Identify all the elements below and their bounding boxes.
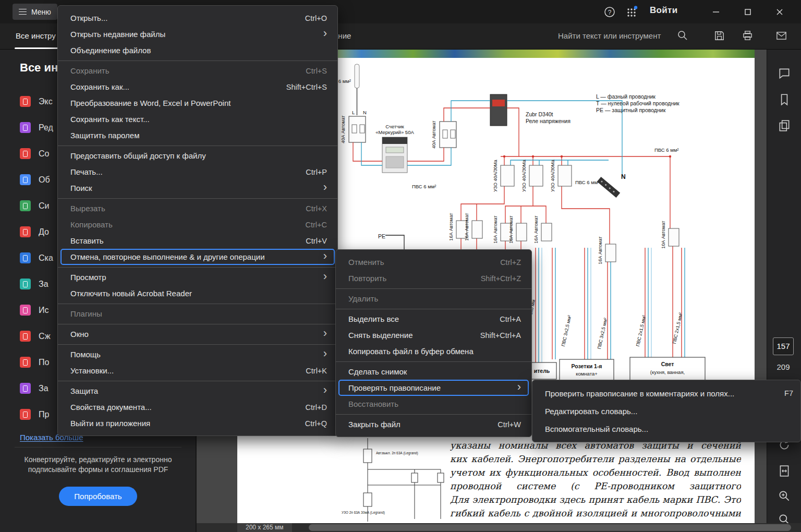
menu-item-check-spelling[interactable]: Проверить правописание в комментариях и …: [532, 384, 800, 402]
menu-item-share[interactable]: Предоставить общий доступ к файлу: [58, 148, 337, 164]
sidebar-tool-item[interactable]: Сж: [20, 330, 53, 342]
menu-item-search[interactable]: Поиск›: [58, 180, 337, 196]
svg-text:40А Автомат: 40А Автомат: [431, 120, 436, 148]
menu-button-label: Меню: [31, 8, 51, 16]
menu-item-label: Сделать снимок: [348, 367, 512, 376]
search-input[interactable]: Найти текст или инструмент: [558, 31, 661, 40]
menu-shortcut: Shift+Ctrl+A: [480, 331, 521, 340]
sidebar-tool-item[interactable]: Ска: [20, 252, 53, 264]
menu-item-combine[interactable]: Объединение файлов: [58, 42, 337, 58]
svg-text:10А Автомат: 10А Автомат: [661, 221, 666, 248]
menu-item-disable-new[interactable]: Отключить новый Acrobat Reader: [58, 285, 337, 301]
menu-item-redo: ПовторитьShift+Ctrl+Z: [336, 270, 531, 286]
zoom-in-icon[interactable]: [778, 489, 791, 503]
comments-icon[interactable]: [778, 67, 791, 80]
sidebar-tool-item[interactable]: За: [20, 278, 53, 290]
menu-item-meta: Shift+Ctrl+S: [286, 83, 327, 91]
menu-item-select-all[interactable]: Выделить всеCtrl+A: [336, 311, 531, 327]
menu-item-security[interactable]: Защита›: [58, 383, 337, 399]
bookmarks-icon[interactable]: [778, 93, 791, 106]
svg-text:УЗО 40А/30Ма: УЗО 40А/30Ма: [521, 160, 527, 191]
menu-item-spellcheck[interactable]: Проверять правописание›: [338, 380, 529, 396]
sidebar-tool-item[interactable]: Пр: [20, 408, 53, 420]
sidebar-tool-item[interactable]: По: [20, 356, 53, 368]
legend-line: PE — защитный проводник: [596, 107, 666, 113]
menu-separator: [58, 304, 337, 304]
menu-item-label: Отмена, повторное выполнение & и другие …: [70, 252, 314, 261]
menu-item-close-file[interactable]: Закрыть файлCtrl+W: [336, 416, 531, 432]
current-page-input[interactable]: 157: [773, 337, 794, 355]
menu-separator: [336, 288, 531, 289]
menu-button[interactable]: Меню: [13, 4, 57, 20]
sidebar-tool-item[interactable]: Ред: [20, 122, 53, 134]
sidebar-tool-item[interactable]: Ис: [20, 304, 53, 316]
svg-text:?: ?: [608, 8, 611, 16]
sidebar-tool-item[interactable]: Со: [20, 148, 53, 160]
menu-item-save-as-text[interactable]: Сохранить как текст...: [58, 111, 337, 127]
menu-item-copy-file-clipboard[interactable]: Копировать файл в буфер обмена: [336, 343, 531, 359]
menu-item-deselect[interactable]: Снять выделениеShift+Ctrl+A: [336, 327, 531, 343]
menu-separator: [58, 61, 337, 61]
tool-label: Си: [39, 201, 50, 211]
menu-item-undo-redo[interactable]: Отмена, повторное выполнение & и другие …: [60, 249, 335, 265]
menu-item-meta: Ctrl+P: [306, 168, 327, 176]
try-button[interactable]: Попробовать: [59, 487, 137, 506]
menu-item-label: Сохранить как...: [70, 82, 277, 91]
menu-item-view[interactable]: Просмотр›: [58, 269, 337, 285]
menu-item-meta: Ctrl+W: [497, 420, 521, 429]
menu-item-protect[interactable]: Защитить паролем: [58, 127, 337, 143]
menu-item-meta: Ctrl+C: [306, 221, 327, 229]
menu-item-exit[interactable]: Выйти из приложенияCtrl+Q: [58, 415, 337, 431]
menu-item-meta: Ctrl+D: [306, 403, 327, 412]
menu-item-print[interactable]: Печать...Ctrl+P: [58, 164, 337, 180]
sign-in-button[interactable]: Войти: [650, 5, 677, 16]
pdf-text-line: учетом их функциональных особенностей. В…: [450, 466, 741, 479]
tab-all-tools[interactable]: Все инстру: [16, 31, 56, 40]
fit-page-icon[interactable]: [778, 464, 791, 478]
menu-item-paste[interactable]: ВставитьCtrl+V: [58, 233, 337, 249]
menu-item-open-recent[interactable]: Открыть недавние файлы›: [58, 26, 337, 42]
print-icon[interactable]: [742, 30, 754, 42]
help-icon[interactable]: ?: [603, 5, 616, 18]
submenu-arrow-icon: ›: [323, 250, 327, 262]
menu-shortcut: Ctrl+S: [306, 67, 327, 75]
menu-item-save-as[interactable]: Сохранить как...Shift+Ctrl+S: [58, 79, 337, 95]
page-thumbnails-icon[interactable]: [778, 119, 791, 132]
menu-shortcut: Shift+Ctrl+Z: [481, 274, 521, 283]
menu-item-window[interactable]: Окно›: [58, 326, 337, 342]
tool-icon: [20, 122, 31, 133]
svg-text:комната+: комната+: [576, 371, 598, 377]
menu-item-doc-properties[interactable]: Свойства документа...Ctrl+D: [58, 399, 337, 415]
tool-icon: [20, 383, 31, 394]
save-icon[interactable]: [713, 30, 726, 42]
menu-item-label: Предоставить общий доступ к файлу: [70, 151, 318, 160]
sidebar-tool-item[interactable]: Си: [20, 200, 53, 212]
menu-item-edit-dictionary[interactable]: Редактировать словарь...: [532, 402, 800, 420]
menu-item-auxiliary-dictionary[interactable]: Вспомогательный словарь...: [532, 420, 800, 438]
apps-grid-icon[interactable]: [625, 5, 638, 18]
sidebar-tool-item[interactable]: Экс: [20, 95, 53, 107]
menu-item-open[interactable]: Открыть...Ctrl+O: [58, 10, 337, 26]
tool-icon: [20, 331, 31, 342]
tool-icon: [20, 96, 31, 107]
search-icon[interactable]: [677, 30, 689, 42]
sidebar-tool-item[interactable]: До: [20, 226, 53, 238]
svg-text:Розетки 1-я: Розетки 1-я: [571, 363, 602, 369]
close-button[interactable]: [768, 0, 791, 23]
menu-item-label: Установки...: [70, 366, 296, 375]
cable-label: ПВС 6 мм²: [654, 147, 679, 153]
menu-shortcut: Ctrl+Z: [500, 258, 521, 267]
menu-item-meta: ›: [323, 349, 327, 360]
email-icon[interactable]: [775, 30, 788, 42]
menu-item-snapshot[interactable]: Сделать снимок: [336, 364, 531, 380]
sidebar-tool-item[interactable]: За: [20, 382, 53, 394]
minimize-button[interactable]: [705, 0, 727, 23]
menu-item-convert[interactable]: Преобразование в Word, Excel и PowerPoin…: [58, 95, 337, 111]
horizontal-scrollbar[interactable]: [309, 524, 791, 531]
sidebar-tool-item[interactable]: Об: [20, 174, 53, 186]
menu-item-preferences[interactable]: Установки...Ctrl+K: [58, 362, 337, 379]
menu-item-help[interactable]: Помощь›: [58, 346, 337, 362]
menu-shortcut: Ctrl+O: [305, 14, 327, 22]
undo-redo-submenu: ОтменитьCtrl+ZПовторитьShift+Ctrl+ZУдали…: [335, 249, 532, 437]
maximize-button[interactable]: [736, 0, 759, 23]
